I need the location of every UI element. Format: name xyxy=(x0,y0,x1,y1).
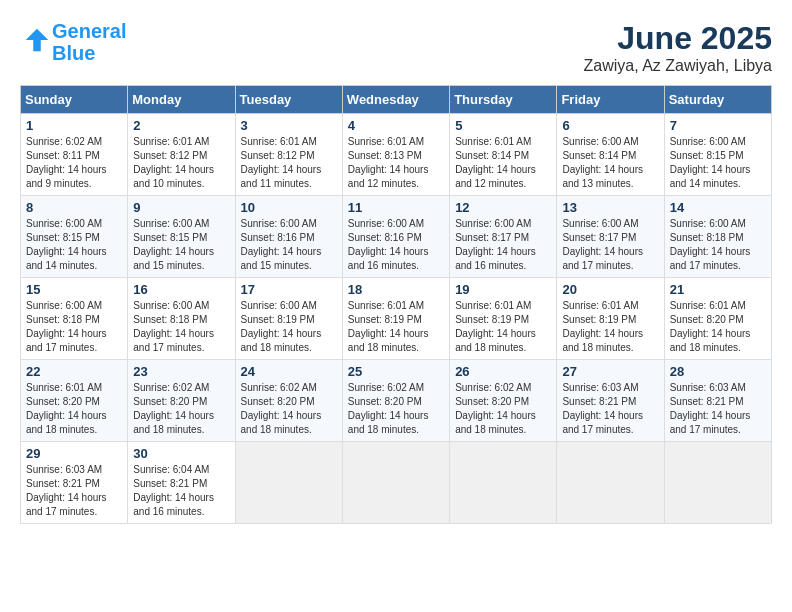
day-number: 17 xyxy=(241,282,337,297)
day-number: 15 xyxy=(26,282,122,297)
calendar-week-3: 15Sunrise: 6:00 AM Sunset: 8:18 PM Dayli… xyxy=(21,278,772,360)
calendar-cell: 30Sunrise: 6:04 AM Sunset: 8:21 PM Dayli… xyxy=(128,442,235,524)
header: General Blue June 2025 Zawiya, Az Zawiya… xyxy=(20,20,772,75)
calendar-cell xyxy=(450,442,557,524)
calendar-cell: 24Sunrise: 6:02 AM Sunset: 8:20 PM Dayli… xyxy=(235,360,342,442)
day-number: 6 xyxy=(562,118,658,133)
calendar-cell: 29Sunrise: 6:03 AM Sunset: 8:21 PM Dayli… xyxy=(21,442,128,524)
day-info: Sunrise: 6:02 AM Sunset: 8:20 PM Dayligh… xyxy=(241,381,337,437)
day-info: Sunrise: 6:00 AM Sunset: 8:18 PM Dayligh… xyxy=(133,299,229,355)
day-info: Sunrise: 6:00 AM Sunset: 8:15 PM Dayligh… xyxy=(133,217,229,273)
day-number: 9 xyxy=(133,200,229,215)
day-info: Sunrise: 6:02 AM Sunset: 8:20 PM Dayligh… xyxy=(455,381,551,437)
calendar-cell: 27Sunrise: 6:03 AM Sunset: 8:21 PM Dayli… xyxy=(557,360,664,442)
calendar-cell xyxy=(342,442,449,524)
calendar-cell: 7Sunrise: 6:00 AM Sunset: 8:15 PM Daylig… xyxy=(664,114,771,196)
logo: General Blue xyxy=(20,20,126,64)
calendar-cell: 15Sunrise: 6:00 AM Sunset: 8:18 PM Dayli… xyxy=(21,278,128,360)
day-info: Sunrise: 6:00 AM Sunset: 8:15 PM Dayligh… xyxy=(26,217,122,273)
calendar-cell: 25Sunrise: 6:02 AM Sunset: 8:20 PM Dayli… xyxy=(342,360,449,442)
day-info: Sunrise: 6:00 AM Sunset: 8:16 PM Dayligh… xyxy=(241,217,337,273)
day-info: Sunrise: 6:02 AM Sunset: 8:20 PM Dayligh… xyxy=(133,381,229,437)
day-header-monday: Monday xyxy=(128,86,235,114)
svg-marker-0 xyxy=(26,29,49,52)
day-number: 20 xyxy=(562,282,658,297)
day-number: 3 xyxy=(241,118,337,133)
calendar-cell: 20Sunrise: 6:01 AM Sunset: 8:19 PM Dayli… xyxy=(557,278,664,360)
calendar-cell: 17Sunrise: 6:00 AM Sunset: 8:19 PM Dayli… xyxy=(235,278,342,360)
day-info: Sunrise: 6:00 AM Sunset: 8:18 PM Dayligh… xyxy=(26,299,122,355)
day-number: 29 xyxy=(26,446,122,461)
calendar-cell: 12Sunrise: 6:00 AM Sunset: 8:17 PM Dayli… xyxy=(450,196,557,278)
day-number: 22 xyxy=(26,364,122,379)
day-number: 25 xyxy=(348,364,444,379)
day-info: Sunrise: 6:00 AM Sunset: 8:17 PM Dayligh… xyxy=(455,217,551,273)
day-number: 8 xyxy=(26,200,122,215)
day-number: 5 xyxy=(455,118,551,133)
day-header-thursday: Thursday xyxy=(450,86,557,114)
calendar-cell: 28Sunrise: 6:03 AM Sunset: 8:21 PM Dayli… xyxy=(664,360,771,442)
calendar-cell: 6Sunrise: 6:00 AM Sunset: 8:14 PM Daylig… xyxy=(557,114,664,196)
day-info: Sunrise: 6:04 AM Sunset: 8:21 PM Dayligh… xyxy=(133,463,229,519)
logo-text: General Blue xyxy=(52,20,126,64)
calendar-table: SundayMondayTuesdayWednesdayThursdayFrid… xyxy=(20,85,772,524)
day-info: Sunrise: 6:00 AM Sunset: 8:16 PM Dayligh… xyxy=(348,217,444,273)
calendar-header-row: SundayMondayTuesdayWednesdayThursdayFrid… xyxy=(21,86,772,114)
day-info: Sunrise: 6:01 AM Sunset: 8:12 PM Dayligh… xyxy=(241,135,337,191)
day-number: 12 xyxy=(455,200,551,215)
calendar-cell: 13Sunrise: 6:00 AM Sunset: 8:17 PM Dayli… xyxy=(557,196,664,278)
day-info: Sunrise: 6:00 AM Sunset: 8:19 PM Dayligh… xyxy=(241,299,337,355)
calendar-cell: 14Sunrise: 6:00 AM Sunset: 8:18 PM Dayli… xyxy=(664,196,771,278)
calendar-week-1: 1Sunrise: 6:02 AM Sunset: 8:11 PM Daylig… xyxy=(21,114,772,196)
calendar-cell: 10Sunrise: 6:00 AM Sunset: 8:16 PM Dayli… xyxy=(235,196,342,278)
calendar-cell: 2Sunrise: 6:01 AM Sunset: 8:12 PM Daylig… xyxy=(128,114,235,196)
day-info: Sunrise: 6:01 AM Sunset: 8:19 PM Dayligh… xyxy=(348,299,444,355)
calendar-week-5: 29Sunrise: 6:03 AM Sunset: 8:21 PM Dayli… xyxy=(21,442,772,524)
day-info: Sunrise: 6:00 AM Sunset: 8:15 PM Dayligh… xyxy=(670,135,766,191)
day-header-tuesday: Tuesday xyxy=(235,86,342,114)
day-info: Sunrise: 6:01 AM Sunset: 8:14 PM Dayligh… xyxy=(455,135,551,191)
day-number: 30 xyxy=(133,446,229,461)
day-number: 4 xyxy=(348,118,444,133)
calendar-title: June 2025 xyxy=(583,20,772,57)
day-info: Sunrise: 6:00 AM Sunset: 8:18 PM Dayligh… xyxy=(670,217,766,273)
day-number: 23 xyxy=(133,364,229,379)
day-header-saturday: Saturday xyxy=(664,86,771,114)
calendar-body: 1Sunrise: 6:02 AM Sunset: 8:11 PM Daylig… xyxy=(21,114,772,524)
day-info: Sunrise: 6:01 AM Sunset: 8:19 PM Dayligh… xyxy=(562,299,658,355)
day-info: Sunrise: 6:01 AM Sunset: 8:20 PM Dayligh… xyxy=(670,299,766,355)
day-number: 10 xyxy=(241,200,337,215)
day-number: 28 xyxy=(670,364,766,379)
title-block: June 2025 Zawiya, Az Zawiyah, Libya xyxy=(583,20,772,75)
day-info: Sunrise: 6:00 AM Sunset: 8:17 PM Dayligh… xyxy=(562,217,658,273)
day-number: 14 xyxy=(670,200,766,215)
day-info: Sunrise: 6:00 AM Sunset: 8:14 PM Dayligh… xyxy=(562,135,658,191)
day-info: Sunrise: 6:03 AM Sunset: 8:21 PM Dayligh… xyxy=(670,381,766,437)
calendar-cell: 26Sunrise: 6:02 AM Sunset: 8:20 PM Dayli… xyxy=(450,360,557,442)
calendar-cell: 3Sunrise: 6:01 AM Sunset: 8:12 PM Daylig… xyxy=(235,114,342,196)
day-header-friday: Friday xyxy=(557,86,664,114)
calendar-subtitle: Zawiya, Az Zawiyah, Libya xyxy=(583,57,772,75)
calendar-cell: 1Sunrise: 6:02 AM Sunset: 8:11 PM Daylig… xyxy=(21,114,128,196)
day-number: 27 xyxy=(562,364,658,379)
day-info: Sunrise: 6:01 AM Sunset: 8:12 PM Dayligh… xyxy=(133,135,229,191)
calendar-cell: 16Sunrise: 6:00 AM Sunset: 8:18 PM Dayli… xyxy=(128,278,235,360)
day-number: 2 xyxy=(133,118,229,133)
day-info: Sunrise: 6:03 AM Sunset: 8:21 PM Dayligh… xyxy=(562,381,658,437)
day-info: Sunrise: 6:03 AM Sunset: 8:21 PM Dayligh… xyxy=(26,463,122,519)
calendar-cell xyxy=(664,442,771,524)
logo-line2: Blue xyxy=(52,42,95,64)
day-info: Sunrise: 6:01 AM Sunset: 8:20 PM Dayligh… xyxy=(26,381,122,437)
day-number: 7 xyxy=(670,118,766,133)
calendar-cell: 11Sunrise: 6:00 AM Sunset: 8:16 PM Dayli… xyxy=(342,196,449,278)
calendar-cell: 23Sunrise: 6:02 AM Sunset: 8:20 PM Dayli… xyxy=(128,360,235,442)
day-info: Sunrise: 6:02 AM Sunset: 8:11 PM Dayligh… xyxy=(26,135,122,191)
day-number: 1 xyxy=(26,118,122,133)
logo-line1: General xyxy=(52,20,126,42)
calendar-week-2: 8Sunrise: 6:00 AM Sunset: 8:15 PM Daylig… xyxy=(21,196,772,278)
day-number: 21 xyxy=(670,282,766,297)
calendar-cell: 19Sunrise: 6:01 AM Sunset: 8:19 PM Dayli… xyxy=(450,278,557,360)
day-header-wednesday: Wednesday xyxy=(342,86,449,114)
day-info: Sunrise: 6:01 AM Sunset: 8:19 PM Dayligh… xyxy=(455,299,551,355)
day-number: 26 xyxy=(455,364,551,379)
